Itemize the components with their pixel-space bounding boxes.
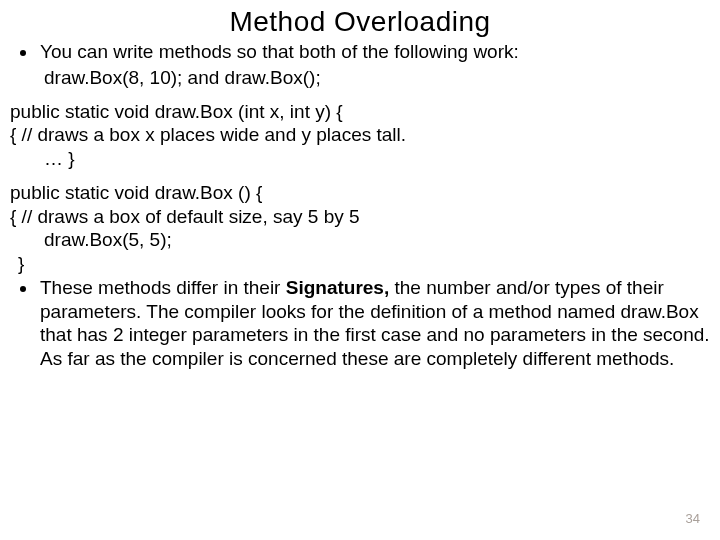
code2-line1: public static void draw.Box () { (10, 181, 710, 205)
bullet-list-2: These methods differ in their Signatures… (10, 276, 710, 371)
code1-line3: … } (10, 147, 710, 171)
code2-line3: draw.Box(5, 5); (10, 228, 710, 252)
code-block-1: public static void draw.Box (int x, int … (10, 100, 710, 171)
bullet-item-2: These methods differ in their Signatures… (38, 276, 710, 371)
slide-body: You can write methods so that both of th… (10, 40, 710, 371)
code-block-2: public static void draw.Box () { { // dr… (10, 181, 710, 276)
slide: Method Overloading You can write methods… (0, 0, 720, 540)
code1-line2: { // draws a box x places wide and y pla… (10, 123, 710, 147)
bullet-item-1: You can write methods so that both of th… (38, 40, 710, 64)
page-number: 34 (686, 511, 700, 526)
code1-line1: public static void draw.Box (int x, int … (10, 100, 710, 124)
bullet2-bold: Signatures, (286, 277, 395, 298)
bullet1-text: You can write methods so that both of th… (40, 41, 519, 62)
bullet2-pre: These methods differ in their (40, 277, 286, 298)
code2-line4: } (10, 252, 710, 276)
code2-line2: { // draws a box of default size, say 5 … (10, 205, 710, 229)
slide-title: Method Overloading (10, 6, 710, 38)
bullet-list-1: You can write methods so that both of th… (10, 40, 710, 64)
bullet1-continuation: draw.Box(8, 10); and draw.Box(); (10, 66, 710, 90)
